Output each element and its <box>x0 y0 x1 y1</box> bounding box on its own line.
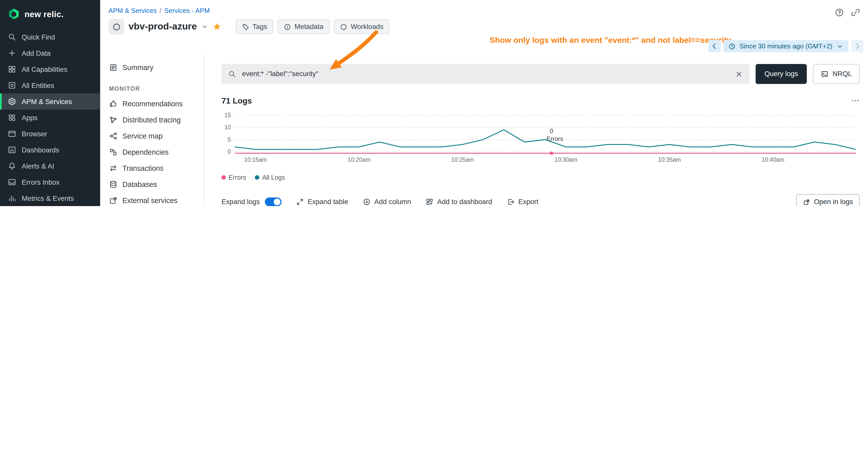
table-toolbar: Expand logs Expand table Add column <box>221 194 860 206</box>
subnav-item[interactable]: Databases <box>103 176 200 193</box>
time-forward-button[interactable] <box>851 40 864 53</box>
breadcrumb: APM & Services / Services - APM <box>108 6 210 14</box>
chart-menu-icon[interactable] <box>851 96 860 105</box>
grid-icon <box>8 65 16 73</box>
export-button[interactable]: Export <box>506 198 538 206</box>
gnav-item[interactable]: Metrics & Events <box>0 190 100 206</box>
gnav-item[interactable]: Apps <box>0 109 100 126</box>
expand-logs-toggle[interactable] <box>265 197 281 206</box>
entity-chevron-down-icon[interactable] <box>202 24 208 30</box>
svg-text:10:15am: 10:15am <box>244 157 267 163</box>
svg-text:Errors: Errors <box>547 135 563 142</box>
favorite-star-icon[interactable] <box>213 22 221 31</box>
expand-table-button[interactable]: Expand table <box>296 198 348 206</box>
gnav-item[interactable]: APM & Services <box>0 94 100 109</box>
dependencies-icon <box>109 148 118 156</box>
content-row: Summary MONITOR Recommendations Distribu… <box>100 54 868 206</box>
subnav-monitor-group: Recommendations Distributed tracing Serv… <box>100 96 204 206</box>
gnav-item[interactable]: Add Data <box>0 45 100 61</box>
alerts-icon <box>8 162 16 170</box>
thumbs-up-icon <box>109 99 118 108</box>
databases-icon <box>109 180 118 189</box>
hexagon-icon <box>340 23 347 31</box>
info-icon <box>284 23 291 31</box>
search-icon <box>228 70 236 78</box>
log-query-input[interactable] <box>241 69 730 78</box>
global-nav-list: Quick Find Add Data All Capabilities All… <box>0 29 100 206</box>
time-picker-label: Since 30 minutes ago (GMT+2) <box>740 42 833 50</box>
apps-icon <box>8 113 16 122</box>
subnav-item[interactable]: Summary <box>103 60 200 75</box>
nrql-button[interactable]: NRQL <box>813 64 860 84</box>
entity-action-button[interactable]: Tags <box>236 20 274 34</box>
breadcrumb-link-apm-services[interactable]: APM & Services <box>108 6 157 14</box>
tag-icon <box>242 23 249 31</box>
subnav-item[interactable]: Service map <box>103 128 200 144</box>
expand-logs-label: Expand logs <box>221 198 260 206</box>
gnav-item[interactable]: Quick Find <box>0 29 100 45</box>
breadcrumb-link-services-apm[interactable]: Services - APM <box>164 6 210 14</box>
open-in-logs-button[interactable]: Open in logs <box>796 194 860 206</box>
search-icon <box>8 33 16 41</box>
logs-chart[interactable]: 05101510:15am10:20am10:25am10:30am10:35a… <box>221 110 859 164</box>
brand-logo[interactable]: new relic. <box>0 0 100 29</box>
legend-errors-label: Errors <box>228 174 246 181</box>
query-bar: Query logs NRQL <box>221 64 860 84</box>
subnav-item[interactable]: Dependencies <box>103 144 200 160</box>
toggle-knob <box>274 198 280 205</box>
logs-count-row: 71 Logs <box>221 96 860 105</box>
nrql-label: NRQL <box>833 70 852 78</box>
add-to-dashboard-button[interactable]: Add to dashboard <box>426 198 492 206</box>
subnav-item[interactable]: Transactions <box>103 160 200 176</box>
plus-icon <box>8 49 16 57</box>
apm-icon <box>8 97 16 105</box>
gnav-item[interactable]: Dashboards <box>0 142 100 158</box>
legend-errors[interactable]: Errors <box>221 174 246 181</box>
legend-all-logs-label: All Logs <box>262 174 285 181</box>
subnav-item[interactable]: Distributed tracing <box>103 112 200 128</box>
clear-query-icon[interactable] <box>735 70 743 78</box>
log-query-box[interactable] <box>221 64 749 84</box>
legend-all-logs-dot <box>255 175 259 180</box>
time-picker-row: Since 30 minutes ago (GMT+2) <box>708 40 864 53</box>
svg-text:10:25am: 10:25am <box>451 157 474 163</box>
export-icon <box>506 198 515 206</box>
breadcrumb-separator: / <box>159 6 161 14</box>
global-sidebar: new relic. Quick Find Add Data All Capab… <box>0 0 100 206</box>
time-picker[interactable]: Since 30 minutes ago (GMT+2) <box>723 40 848 53</box>
svg-text:10:30am: 10:30am <box>555 157 578 163</box>
add-column-button[interactable]: Add column <box>363 198 411 206</box>
gnav-item[interactable]: All Entities <box>0 77 100 94</box>
gnav-item[interactable]: Errors Inbox <box>0 174 100 190</box>
entity-action-button[interactable]: Metadata <box>278 20 330 34</box>
legend-all-logs[interactable]: All Logs <box>255 174 285 181</box>
subnav-section-title-monitor: MONITOR <box>109 85 195 92</box>
page: APM & Services / Services - APM vbv-prod… <box>100 0 868 206</box>
dashboards-icon <box>8 145 16 154</box>
svg-text:0: 0 <box>550 128 553 134</box>
expand-table-icon <box>296 198 304 206</box>
svg-text:10:20am: 10:20am <box>347 157 370 163</box>
chart-legend: Errors All Logs <box>221 174 860 181</box>
new-relic-logo-icon <box>8 8 20 20</box>
app-canvas: new relic. Quick Find Add Data All Capab… <box>0 0 868 206</box>
gnav-item[interactable]: Alerts & AI <box>0 158 100 174</box>
help-question-icon[interactable] <box>835 8 844 18</box>
time-back-button[interactable] <box>708 40 720 53</box>
svg-text:5: 5 <box>227 136 231 143</box>
brand-name: new relic. <box>25 9 63 19</box>
open-external-icon <box>803 198 810 205</box>
subnav-item[interactable]: Recommendations <box>103 96 200 112</box>
query-logs-button[interactable]: Query logs <box>755 64 807 84</box>
entity-name: vbv-prod-azure <box>128 21 197 32</box>
logs-count-title: 71 Logs <box>221 96 252 105</box>
add-column-icon <box>363 198 371 206</box>
gnav-item[interactable]: Browser <box>0 126 100 142</box>
entity-action-button[interactable]: Workloads <box>334 20 390 34</box>
svg-text:15: 15 <box>224 112 231 119</box>
subnav-item[interactable]: External services <box>103 193 200 206</box>
permalink-icon[interactable] <box>851 8 861 18</box>
gnav-item[interactable]: All Capabilities <box>0 61 100 77</box>
browser-icon <box>8 130 16 138</box>
svg-text:10: 10 <box>224 124 231 130</box>
